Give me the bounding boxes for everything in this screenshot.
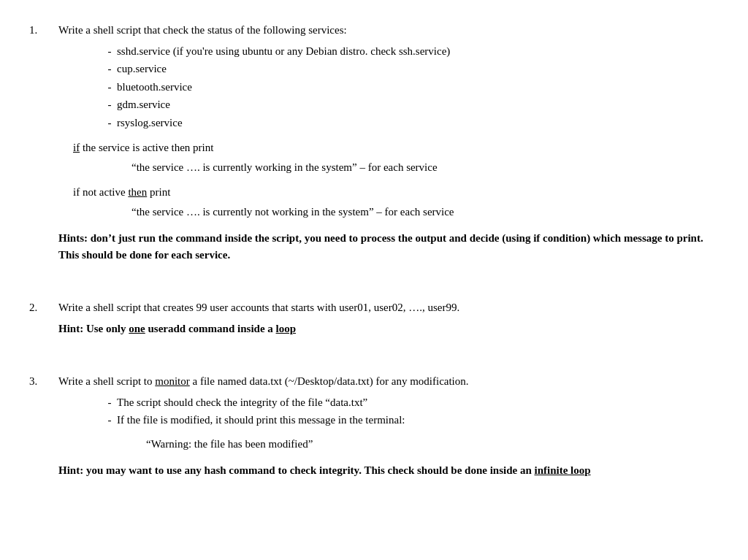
question-2-content: Write a shell script that creates 99 use… — [58, 299, 719, 337]
service-item-text: rsyslog.service — [117, 115, 183, 131]
dash-icon: - — [102, 394, 117, 411]
question-3-block: 3. Write a shell script to monitor a fil… — [29, 373, 719, 479]
service-item-text: bluetooth.service — [117, 79, 192, 96]
q3-title-rest: a file named data.txt (~/Desktop/data.tx… — [190, 375, 469, 387]
q3-hint-text: Hint: you may want to use any hash comma… — [58, 464, 534, 476]
hint-prefix: Hint: Use only — [58, 323, 129, 334]
service-item-text: cup.service — [117, 61, 167, 77]
infinite-loop-keyword: infinite loop — [534, 464, 590, 476]
dash-icon: - — [102, 61, 117, 77]
question-3-content: Write a shell script to monitor a file n… — [58, 373, 719, 479]
question-3-number: 3. — [29, 373, 58, 479]
dash-icon: - — [102, 115, 117, 131]
dash-icon: - — [102, 96, 117, 113]
if-keyword: if — [73, 142, 80, 153]
if-not-line: if not active then print — [73, 184, 719, 201]
q3-sub-list: - The script should check the integrity … — [102, 394, 719, 429]
q3-sub-item-text: The script should check the integrity of… — [117, 394, 367, 411]
if-active-line: if the service is active then print — [73, 139, 719, 156]
dash-icon: - — [102, 412, 117, 429]
dash-icon: - — [102, 43, 117, 60]
question-3-title: Write a shell script to monitor a file n… — [58, 373, 719, 390]
question-2-number: 2. — [29, 299, 58, 337]
question-1-block: 1. Write a shell script that check the s… — [29, 22, 719, 263]
if-not-section: if not active then print “the service ….… — [73, 184, 719, 220]
if-active-section: if the service is active then print “the… — [73, 139, 719, 175]
service-item-text: sshd.service (if you're using ubuntu or … — [117, 43, 450, 60]
if-active-quote: “the service …. is currently working in … — [131, 159, 719, 176]
list-item: - If the file is modified, it should pri… — [102, 412, 719, 429]
list-item: - gdm.service — [102, 96, 719, 113]
then-keyword: then — [128, 186, 147, 198]
question-1-number: 1. — [29, 22, 58, 263]
service-item-text: gdm.service — [117, 96, 170, 113]
if-not-print: print — [147, 186, 170, 198]
list-item: - bluetooth.service — [102, 79, 719, 96]
list-item: - The script should check the integrity … — [102, 394, 719, 411]
monitor-keyword: monitor — [155, 375, 190, 387]
list-item: - sshd.service (if you're using ubuntu o… — [102, 43, 719, 60]
if-not-quote: “the service …. is currently not working… — [131, 204, 719, 220]
services-list: - sshd.service (if you're using ubuntu o… — [102, 43, 719, 131]
question-2-hint: Hint: Use only one useradd command insid… — [58, 321, 719, 337]
question-3-hint: Hint: you may want to use any hash comma… — [58, 462, 719, 479]
q3-sub-item-text: If the file is modified, it should print… — [117, 412, 405, 429]
question-2-block: 2. Write a shell script that creates 99 … — [29, 299, 719, 337]
warning-quote: “Warning: the file has been modified” — [146, 436, 719, 453]
question-2-title: Write a shell script that creates 99 use… — [58, 299, 719, 316]
hint-suffix: useradd command inside a — [145, 323, 276, 334]
if-active-text: the service is active then print — [80, 142, 213, 153]
hint-one: one — [129, 323, 145, 334]
if-not-text: if not active — [73, 186, 128, 198]
list-item: - cup.service — [102, 61, 719, 77]
question-1-hint: Hints: don’t just run the command inside… — [58, 230, 719, 263]
question-1-title: Write a shell script that check the stat… — [58, 22, 719, 39]
q3-title-start: Write a shell script to — [58, 375, 155, 387]
page-container: 1. Write a shell script that check the s… — [29, 22, 719, 479]
list-item: - rsyslog.service — [102, 115, 719, 131]
question-1-content: Write a shell script that check the stat… — [58, 22, 719, 263]
hint-loop: loop — [276, 323, 297, 334]
dash-icon: - — [102, 79, 117, 96]
